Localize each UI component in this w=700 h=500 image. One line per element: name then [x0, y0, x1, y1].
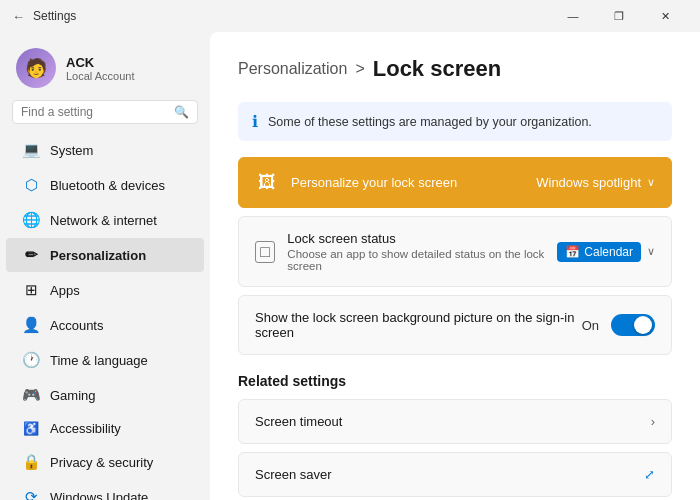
- sidebar-nav: 💻 System ⬡ Bluetooth & devices 🌐 Network…: [0, 132, 210, 500]
- dropdown-arrow-icon: ∨: [647, 245, 655, 258]
- sidebar-item-label: Personalization: [50, 248, 146, 263]
- setting-left: □ Lock screen status Choose an app to sh…: [255, 231, 557, 272]
- app-body: 🧑 ACK Local Account 🔍 💻 System ⬡ Bluetoo…: [0, 32, 700, 500]
- sidebar-item-personalization[interactable]: ✏ Personalization: [6, 238, 204, 272]
- sidebar-item-network[interactable]: 🌐 Network & internet: [6, 203, 204, 237]
- toggle-knob: [634, 316, 652, 334]
- sidebar-item-label: Time & language: [50, 353, 148, 368]
- privacy-icon: 🔒: [22, 453, 40, 471]
- windows-spotlight-label: Windows spotlight: [536, 175, 641, 190]
- breadcrumb-parent: Personalization: [238, 60, 347, 78]
- sidebar-item-label: Accessibility: [50, 421, 121, 436]
- screen-timeout-title: Screen timeout: [255, 414, 342, 429]
- search-input[interactable]: [21, 105, 168, 119]
- sidebar-item-label: Network & internet: [50, 213, 157, 228]
- info-icon: ℹ: [252, 112, 258, 131]
- toggle-label: On: [582, 318, 599, 333]
- sidebar: 🧑 ACK Local Account 🔍 💻 System ⬡ Bluetoo…: [0, 32, 210, 500]
- status-icon: □: [255, 241, 275, 263]
- breadcrumb: Personalization > Lock screen: [238, 56, 672, 82]
- minimize-button[interactable]: —: [550, 0, 596, 32]
- search-icon: 🔍: [174, 105, 189, 119]
- sidebar-item-accessibility[interactable]: ♿ Accessibility: [6, 413, 204, 444]
- setting-right[interactable]: 📅 Calendar ∨: [557, 242, 655, 262]
- setting-title: Personalize your lock screen: [291, 175, 457, 190]
- show-background-row: Show the lock screen background picture …: [239, 296, 671, 354]
- setting-text: Show the lock screen background picture …: [255, 310, 582, 340]
- back-icon[interactable]: ←: [12, 9, 25, 24]
- time-icon: 🕐: [22, 351, 40, 369]
- title-bar-title: Settings: [33, 9, 76, 23]
- user-type: Local Account: [66, 70, 135, 82]
- screen-timeout-row: Screen timeout ›: [239, 400, 671, 443]
- user-info: ACK Local Account: [66, 55, 135, 82]
- dropdown-arrow-icon: ∨: [647, 176, 655, 189]
- screen-saver-title: Screen saver: [255, 467, 332, 482]
- sidebar-item-label: Accounts: [50, 318, 103, 333]
- personalize-lock-screen-row: 🖼 Personalize your lock screen Windows s…: [239, 158, 671, 207]
- sidebar-item-time[interactable]: 🕐 Time & language: [6, 343, 204, 377]
- bluetooth-icon: ⬡: [22, 176, 40, 194]
- external-link-icon: ⤢: [644, 467, 655, 482]
- network-icon: 🌐: [22, 211, 40, 229]
- gaming-icon: 🎮: [22, 386, 40, 404]
- avatar: 🧑: [16, 48, 56, 88]
- title-bar: ← Settings — ❐ ✕: [0, 0, 700, 32]
- lock-screen-status-row: □ Lock screen status Choose an app to sh…: [239, 217, 671, 286]
- accessibility-icon: ♿: [22, 421, 40, 436]
- breadcrumb-arrow: >: [355, 60, 364, 78]
- setting-title: Lock screen status: [287, 231, 557, 246]
- sidebar-item-privacy[interactable]: 🔒 Privacy & security: [6, 445, 204, 479]
- title-bar-left: ← Settings: [12, 9, 76, 24]
- screen-saver-row: Screen saver ⤢: [239, 453, 671, 496]
- setting-desc: Choose an app to show detailed status on…: [287, 248, 557, 272]
- setting-text: Personalize your lock screen: [291, 175, 457, 190]
- user-section: 🧑 ACK Local Account: [0, 40, 210, 100]
- apps-icon: ⊞: [22, 281, 40, 299]
- lock-screen-status-card[interactable]: □ Lock screen status Choose an app to sh…: [238, 216, 672, 287]
- lock-screen-bg-icon: 🖼: [255, 172, 279, 193]
- setting-text: Lock screen status Choose an app to show…: [287, 231, 557, 272]
- sidebar-item-update[interactable]: ⟳ Windows Update: [6, 480, 204, 500]
- sidebar-item-label: Gaming: [50, 388, 96, 403]
- maximize-button[interactable]: ❐: [596, 0, 642, 32]
- related-settings-title: Related settings: [238, 373, 672, 389]
- title-bar-controls: — ❐ ✕: [550, 0, 688, 32]
- setting-left: 🖼 Personalize your lock screen: [255, 172, 457, 193]
- sidebar-item-apps[interactable]: ⊞ Apps: [6, 273, 204, 307]
- personalize-lock-screen-card[interactable]: 🖼 Personalize your lock screen Windows s…: [238, 157, 672, 208]
- sidebar-item-bluetooth[interactable]: ⬡ Bluetooth & devices: [6, 168, 204, 202]
- update-icon: ⟳: [22, 488, 40, 500]
- sidebar-item-gaming[interactable]: 🎮 Gaming: [6, 378, 204, 412]
- toggle-switch[interactable]: [611, 314, 655, 336]
- close-button[interactable]: ✕: [642, 0, 688, 32]
- setting-left: Show the lock screen background picture …: [255, 310, 582, 340]
- setting-right: Windows spotlight ∨: [536, 175, 655, 190]
- sidebar-item-label: Privacy & security: [50, 455, 153, 470]
- screen-saver-card[interactable]: Screen saver ⤢: [238, 452, 672, 497]
- setting-right: On: [582, 314, 655, 336]
- chevron-right-icon: ›: [651, 414, 655, 429]
- calendar-icon: 📅: [565, 245, 580, 259]
- sidebar-item-label: Bluetooth & devices: [50, 178, 165, 193]
- info-banner-text: Some of these settings are managed by yo…: [268, 115, 592, 129]
- sidebar-item-label: Apps: [50, 283, 80, 298]
- sidebar-item-system[interactable]: 💻 System: [6, 133, 204, 167]
- content-area: Personalization > Lock screen ℹ Some of …: [210, 32, 700, 500]
- system-icon: 💻: [22, 141, 40, 159]
- calendar-label: Calendar: [584, 245, 633, 259]
- setting-title: Show the lock screen background picture …: [255, 310, 582, 340]
- breadcrumb-current: Lock screen: [373, 56, 501, 82]
- sidebar-item-accounts[interactable]: 👤 Accounts: [6, 308, 204, 342]
- sidebar-item-label: Windows Update: [50, 490, 148, 501]
- calendar-badge: 📅 Calendar: [557, 242, 641, 262]
- personalization-icon: ✏: [22, 246, 40, 264]
- screen-timeout-card[interactable]: Screen timeout ›: [238, 399, 672, 444]
- sidebar-item-label: System: [50, 143, 93, 158]
- info-banner: ℹ Some of these settings are managed by …: [238, 102, 672, 141]
- user-name: ACK: [66, 55, 135, 70]
- show-background-card[interactable]: Show the lock screen background picture …: [238, 295, 672, 355]
- accounts-icon: 👤: [22, 316, 40, 334]
- search-box[interactable]: 🔍: [12, 100, 198, 124]
